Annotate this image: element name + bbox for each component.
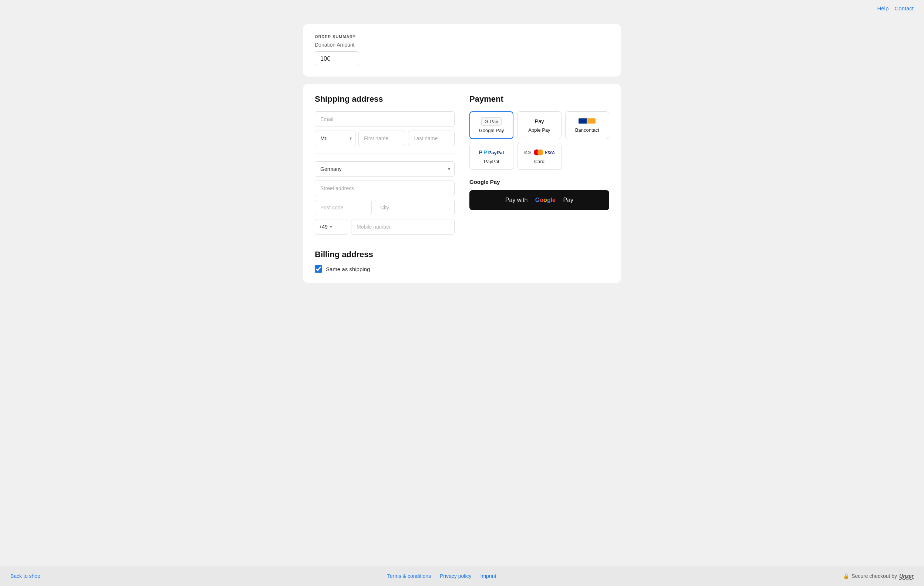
contact-link[interactable]: Contact <box>894 5 914 12</box>
apple-pay-label: Apple Pay <box>528 127 550 133</box>
bancontact-button[interactable]: Bancontact <box>565 111 609 139</box>
lock-icon: 🔒 <box>843 573 849 579</box>
title-select-wrap: Mr. Mrs. Ms. Dr. ▾ <box>315 130 355 146</box>
g-red: o <box>540 197 543 203</box>
same-as-shipping-checkbox[interactable] <box>315 265 322 272</box>
g-yellow: o <box>543 197 547 203</box>
g-blue: G <box>535 197 540 203</box>
street-group <box>315 180 455 196</box>
footer-right: 🔒 Secure checkout by Unzer <box>843 573 914 579</box>
donation-amount-label: Donation Amount <box>315 42 609 48</box>
apple-pay-logo: Pay <box>535 117 544 125</box>
title-select[interactable]: Mr. Mrs. Ms. Dr. <box>315 130 355 146</box>
email-group <box>315 111 455 127</box>
street-input[interactable] <box>315 180 455 196</box>
selected-payment-label: Google Pay <box>469 179 609 185</box>
name-group: Mr. Mrs. Ms. Dr. ▾ <box>315 130 455 146</box>
donation-amount-value: 10€ <box>315 51 359 66</box>
shipping-payment-card: Shipping address Mr. Mrs. Ms. Dr. ▾ <box>303 84 621 283</box>
payment-methods-grid: G Pay Google Pay Pay Apple Pay <box>469 111 609 170</box>
two-column-layout: Shipping address Mr. Mrs. Ms. Dr. ▾ <box>315 94 609 272</box>
billing-title: Billing address <box>315 250 455 259</box>
country-select-wrap: Germany France Netherlands Belgium ▾ <box>315 161 455 177</box>
unzer-brand: Unzer <box>899 573 914 579</box>
mastercard-logo <box>534 149 543 155</box>
paypal-p2: P <box>483 149 487 155</box>
footer: Back to shop Terms & conditions Privacy … <box>0 566 924 586</box>
google-pay-button[interactable]: G Pay Google Pay <box>469 111 513 139</box>
shipping-title: Shipping address <box>315 94 455 104</box>
mastercard-symbol: ⊙⊙ <box>524 150 531 155</box>
pay-button-g-logo: Google <box>535 197 556 203</box>
terms-conditions-link[interactable]: Terms & conditions <box>387 573 431 579</box>
card-logo: ⊙⊙ VISA <box>524 149 555 157</box>
billing-same-as-shipping-row: Same as shipping <box>315 265 455 272</box>
pay-button-prefix: Pay with <box>505 197 528 203</box>
card-label: Card <box>534 159 544 164</box>
bancontact-logo <box>579 117 596 125</box>
order-summary-card: ORDER SUMMARY Donation Amount 10€ <box>303 24 621 77</box>
phone-code-chevron-icon: ▾ <box>330 224 332 229</box>
country-select[interactable]: Germany France Netherlands Belgium <box>315 161 455 177</box>
phone-code-value: +49 <box>319 224 328 230</box>
bancontact-label: Bancontact <box>575 127 599 133</box>
card-button[interactable]: ⊙⊙ VISA Card <box>517 143 561 170</box>
apple-pay-button[interactable]: Pay Apple Pay <box>517 111 561 139</box>
paypal-p1: P <box>479 149 482 155</box>
city-input[interactable] <box>375 200 455 215</box>
secure-text: Secure checkout by <box>851 573 897 579</box>
mc-yellow-circle <box>538 149 543 155</box>
g-red-2: e <box>552 197 556 203</box>
form-divider-1 <box>315 154 455 154</box>
footer-left: Back to shop <box>10 573 40 579</box>
mobile-input[interactable] <box>351 219 455 234</box>
phone-code-wrap: +49 ▾ <box>315 219 348 234</box>
main-content: ORDER SUMMARY Donation Amount 10€ Shippi… <box>0 17 924 566</box>
apple-pay-wordmark: Pay <box>535 118 544 124</box>
visa-logo: VISA <box>545 150 555 155</box>
imprint-link[interactable]: Imprint <box>480 573 497 579</box>
postcode-input[interactable] <box>315 200 372 215</box>
order-summary-label: ORDER SUMMARY <box>315 35 609 39</box>
bancontact-icon <box>579 118 596 124</box>
google-pay-label: Google Pay <box>479 128 504 133</box>
first-name-input[interactable] <box>358 130 405 146</box>
last-name-input[interactable] <box>408 130 455 146</box>
pay-button[interactable]: Pay with Google Pay <box>469 190 609 210</box>
paypal-button[interactable]: P P PayPal PayPal <box>469 143 513 170</box>
postcode-city-group <box>315 200 455 215</box>
card-icons: ⊙⊙ VISA <box>524 149 555 155</box>
paypal-text: PayPal <box>488 150 504 155</box>
same-as-shipping-label: Same as shipping <box>326 266 370 272</box>
payment-title: Payment <box>469 94 609 104</box>
shipping-section: Shipping address Mr. Mrs. Ms. Dr. ▾ <box>315 94 455 272</box>
bancontact-blue-stripe <box>579 118 587 124</box>
paypal-label: PayPal <box>484 159 499 164</box>
country-group: Germany France Netherlands Belgium ▾ <box>315 161 455 177</box>
google-pay-logo: G Pay <box>481 117 502 125</box>
help-link[interactable]: Help <box>877 5 888 12</box>
footer-center: Terms & conditions Privacy policy Imprin… <box>387 573 497 579</box>
paypal-wordmark: P P PayPal <box>479 149 504 155</box>
top-bar: Help Contact <box>0 0 924 17</box>
back-to-shop-link[interactable]: Back to shop <box>10 573 40 579</box>
bancontact-yellow-stripe <box>587 118 596 124</box>
phone-code-button[interactable]: +49 ▾ <box>315 219 348 234</box>
email-input[interactable] <box>315 111 455 127</box>
pay-button-pay-label: Pay <box>563 197 573 203</box>
form-divider-2 <box>315 242 455 242</box>
phone-group: +49 ▾ <box>315 219 455 234</box>
privacy-policy-link[interactable]: Privacy policy <box>440 573 472 579</box>
google-pay-wordmark: G Pay <box>481 117 502 126</box>
g-blue-2: g <box>547 197 551 203</box>
payment-section: Payment G Pay Google Pay Pay <box>469 94 609 272</box>
paypal-logo: P P PayPal <box>479 149 504 157</box>
